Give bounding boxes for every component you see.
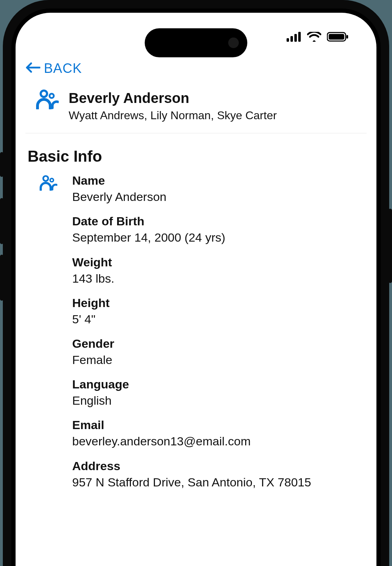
- phone-frame: BACK Beverly Anderson: [3, 0, 389, 566]
- people-icon: [40, 186, 57, 192]
- info-value: 957 N Stafford Drive, San Antonio, TX 78…: [72, 474, 367, 490]
- info-value: English: [72, 393, 367, 408]
- info-value: September 14, 2000 (24 yrs): [72, 230, 367, 245]
- info-value: Beverly Anderson: [72, 189, 367, 204]
- svg-rect-6: [346, 35, 348, 39]
- svg-rect-5: [329, 34, 344, 40]
- profile-title: Beverly Anderson: [69, 89, 277, 106]
- info-value: 5' 4": [72, 311, 367, 327]
- info-label: Gender: [72, 337, 367, 351]
- info-label: Weight: [72, 255, 367, 269]
- info-label: Address: [72, 459, 367, 473]
- svg-point-10: [50, 179, 53, 182]
- svg-rect-0: [287, 38, 289, 42]
- people-icon: [36, 89, 59, 111]
- info-address: Address 957 N Stafford Drive, San Antoni…: [72, 459, 367, 490]
- info-value: 143 lbs.: [72, 271, 367, 286]
- dynamic-island: [145, 28, 247, 57]
- svg-point-8: [50, 94, 54, 98]
- info-value: Female: [72, 352, 367, 368]
- info-label: Height: [72, 296, 367, 310]
- battery-icon: [327, 32, 349, 42]
- svg-point-9: [43, 176, 48, 181]
- profile-header: Beverly Anderson Wyatt Andrews, Lily Nor…: [25, 83, 367, 133]
- info-label: Date of Birth: [72, 214, 367, 228]
- info-value: beverley.anderson13@email.com: [72, 433, 367, 449]
- status-bar: [287, 32, 349, 42]
- info-list: Name Beverly Anderson Date of Birth Sept…: [72, 174, 367, 500]
- info-email: Email beverley.anderson13@email.com: [72, 418, 367, 449]
- info-name: Name Beverly Anderson: [72, 174, 367, 204]
- section-title: Basic Info: [25, 133, 367, 174]
- front-camera: [228, 37, 239, 48]
- info-weight: Weight 143 lbs.: [72, 255, 367, 286]
- info-dob: Date of Birth September 14, 2000 (24 yrs…: [72, 214, 367, 245]
- info-label: Name: [72, 174, 367, 187]
- svg-rect-3: [298, 32, 301, 42]
- svg-point-7: [41, 91, 47, 97]
- screen: BACK Beverly Anderson: [16, 13, 376, 566]
- cellular-icon: [287, 32, 301, 42]
- info-label: Email: [72, 418, 367, 432]
- info-gender: Gender Female: [72, 337, 367, 368]
- back-label: BACK: [44, 61, 82, 76]
- back-button[interactable]: BACK: [25, 59, 367, 83]
- profile-subtitle: Wyatt Andrews, Lily Norman, Skye Carter: [69, 108, 277, 123]
- back-arrow-icon: [25, 61, 40, 76]
- info-language: Language English: [72, 377, 367, 408]
- svg-rect-2: [294, 34, 297, 42]
- info-height: Height 5' 4": [72, 296, 367, 327]
- svg-rect-1: [290, 36, 293, 42]
- wifi-icon: [307, 32, 321, 42]
- info-label: Language: [72, 377, 367, 391]
